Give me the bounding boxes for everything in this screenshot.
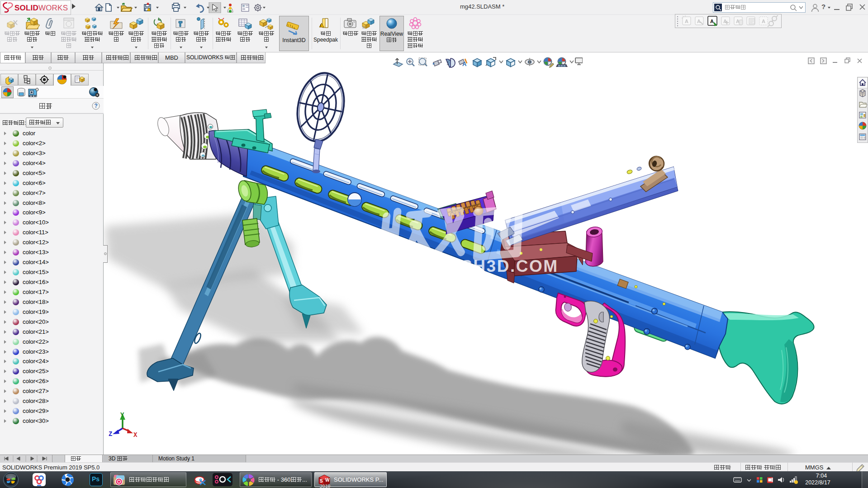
svg-text:A: A: [723, 19, 727, 24]
svg-text:A: A: [710, 19, 714, 24]
svg-text:W: W: [325, 478, 330, 483]
svg-text:?: ?: [95, 103, 98, 109]
svg-text:A: A: [697, 19, 701, 24]
svg-text:A: A: [762, 19, 765, 24]
svg-text:A: A: [685, 19, 688, 24]
svg-text:Y: Y: [120, 412, 124, 419]
svg-text:2019: 2019: [320, 483, 331, 488]
svg-text:A: A: [462, 61, 467, 67]
svg-text:X: X: [133, 431, 138, 439]
svg-text:!: !: [320, 24, 322, 28]
svg-text:WWW.YSH3D.COM: WWW.YSH3D.COM: [393, 257, 558, 275]
svg-text:SOLIDWORKS: SOLIDWORKS: [14, 4, 68, 12]
svg-text:S: S: [320, 479, 323, 483]
svg-text:Z: Z: [109, 431, 112, 438]
